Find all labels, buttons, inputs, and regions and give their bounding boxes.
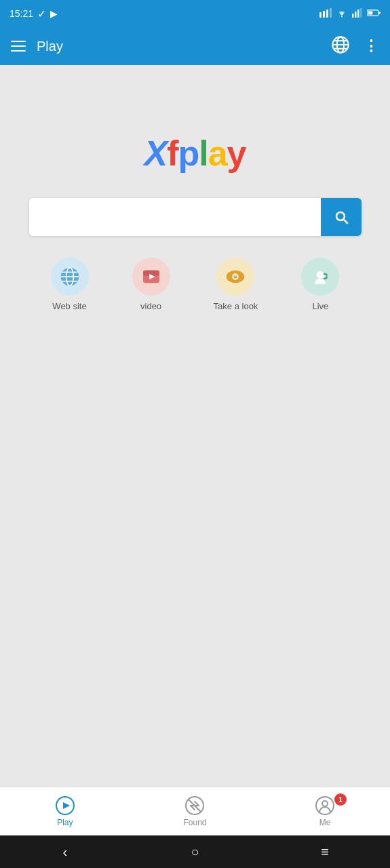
hamburger-menu-button[interactable]	[11, 41, 26, 52]
status-bar: 15:21 ✓ ▶	[0, 0, 390, 27]
svg-rect-8	[360, 8, 362, 18]
search-bar	[29, 198, 362, 236]
logo-p: p	[178, 134, 199, 173]
top-bar-right: ⋮	[331, 35, 379, 57]
status-time: 15:21	[9, 8, 33, 19]
video-icon-bg	[132, 258, 170, 296]
top-bar-left: Play	[11, 39, 63, 54]
take-a-look-label: Take a look	[214, 301, 258, 311]
globe-button[interactable]	[331, 35, 350, 57]
tab-me[interactable]: 1 Me	[298, 796, 352, 827]
page-title: Play	[37, 39, 63, 54]
svg-rect-10	[379, 12, 381, 14]
website-icon	[59, 266, 81, 288]
status-left: 15:21 ✓ ▶	[9, 7, 58, 20]
svg-rect-3	[330, 8, 332, 18]
wifi-icon	[336, 8, 348, 20]
video-icon	[140, 266, 162, 288]
tab-play[interactable]: Play	[38, 796, 92, 827]
status-right	[319, 8, 381, 20]
logo-y: y	[227, 134, 246, 173]
svg-rect-5	[352, 14, 354, 18]
eye-icon	[225, 266, 246, 288]
status-check-icon: ✓	[37, 7, 46, 20]
svg-point-28	[235, 275, 237, 277]
play-tab-label: Play	[57, 818, 73, 827]
live-icon	[309, 266, 331, 288]
more-options-button[interactable]: ⋮	[364, 37, 379, 55]
found-tab-label: Found	[183, 818, 206, 827]
quick-link-live[interactable]: Live	[301, 258, 339, 311]
cell-signal-icon	[352, 8, 363, 20]
recents-button[interactable]: ≡	[311, 838, 338, 865]
svg-marker-34	[63, 802, 70, 809]
svg-rect-11	[368, 12, 373, 15]
status-play-icon: ▶	[50, 8, 58, 19]
logo-a: a	[208, 134, 227, 173]
system-nav-bar: ‹ ○ ≡	[0, 835, 390, 868]
app-logo: Xfplay	[144, 133, 246, 174]
svg-point-4	[341, 16, 343, 17]
svg-point-41	[322, 801, 328, 806]
logo-l: l	[199, 134, 208, 173]
video-label: video	[140, 301, 161, 311]
svg-rect-0	[319, 12, 321, 18]
bottom-tab-bar: Play Found 1 Me	[0, 787, 390, 835]
main-content: Xfplay Web site	[0, 65, 390, 787]
quick-links: Web site video	[29, 258, 362, 311]
website-icon-bg	[51, 258, 89, 296]
svg-rect-1	[323, 11, 325, 18]
website-label: Web site	[52, 301, 86, 311]
search-icon	[333, 209, 349, 225]
me-tab-label: Me	[319, 818, 331, 827]
me-tab-badge: 1	[334, 793, 347, 806]
found-tab-icon	[185, 796, 204, 815]
quick-link-video[interactable]: video	[132, 258, 170, 311]
top-app-bar: Play ⋮	[0, 27, 390, 65]
back-button[interactable]: ‹	[52, 838, 79, 865]
signal-bars-icon	[319, 8, 332, 20]
play-tab-icon	[56, 796, 75, 815]
svg-rect-2	[326, 9, 328, 18]
search-input[interactable]	[29, 198, 321, 236]
live-icon-bg	[301, 258, 339, 296]
home-button[interactable]: ○	[181, 838, 208, 865]
quick-link-take-a-look[interactable]: Take a look	[214, 258, 258, 311]
quick-link-website[interactable]: Web site	[51, 258, 89, 311]
tab-found[interactable]: Found	[168, 796, 222, 827]
me-tab-icon	[315, 796, 334, 815]
search-button[interactable]	[321, 198, 362, 236]
logo-f: f	[167, 134, 178, 173]
take-a-look-icon-bg	[216, 258, 254, 296]
svg-rect-7	[357, 9, 359, 18]
svg-rect-6	[355, 12, 357, 18]
live-label: Live	[312, 301, 328, 311]
logo-x: X	[144, 134, 167, 173]
battery-icon	[367, 8, 381, 19]
